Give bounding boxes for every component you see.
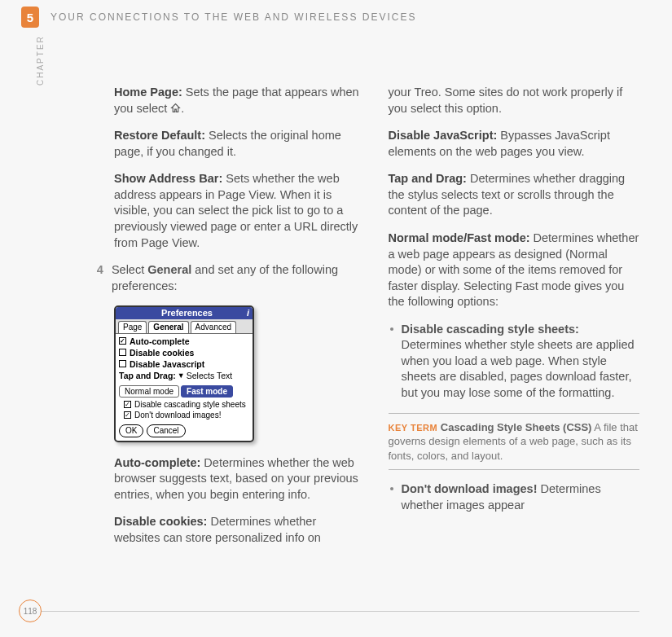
step-4-pre: Select xyxy=(112,263,147,276)
checkbox-disable-css[interactable]: ✓Disable cascading style sheets xyxy=(116,399,253,410)
page-header: 5 YOUR CONNECTIONS TO THE WEB AND WIRELE… xyxy=(0,0,672,28)
bullet-no-images: • Don't download images! Determines whet… xyxy=(389,481,640,513)
check-icon: ✓ xyxy=(124,401,131,408)
pref-home-page: Home Page: Sets the page that appears wh… xyxy=(114,85,366,116)
pref-mode: Normal mode/Fast mode: Determines whethe… xyxy=(389,231,640,310)
pref-show-address-bar: Show Address Bar: Sets whether the web a… xyxy=(114,171,366,251)
tap-and-drag-select[interactable]: Tap and Drag: ▼ Selects Text xyxy=(119,370,249,381)
tap-drag-value: Selects Text xyxy=(187,370,232,381)
right-column: your Treo. Some sites do not work proper… xyxy=(389,85,640,558)
chapter-badge: 5 xyxy=(21,7,39,28)
ok-button[interactable]: OK xyxy=(119,424,143,437)
pref-auto-complete: Auto-complete: Determines whether the we… xyxy=(114,455,366,503)
pref-restore-default: Restore Default: Selects the original ho… xyxy=(114,128,366,160)
check-icon: ✓ xyxy=(119,337,126,345)
check-icon: ✓ xyxy=(124,411,131,419)
key-term-label: KEY TERM xyxy=(389,423,438,433)
bullet-disable-css: • Disable cascading style sheets: Determ… xyxy=(389,322,640,402)
pref-show-addr-label: Show Address Bar: xyxy=(114,172,222,185)
tab-advanced[interactable]: Advanced xyxy=(191,321,236,333)
pref-disable-js: Disable JavaScript: Bypasses JavaScript … xyxy=(389,128,640,160)
chapter-title: YOUR CONNECTIONS TO THE WEB AND WIRELESS… xyxy=(51,11,416,23)
tab-general[interactable]: General xyxy=(148,321,188,333)
tab-normal-mode[interactable]: Normal mode xyxy=(119,385,179,398)
preferences-titlebar: Preferences i xyxy=(116,307,253,319)
disable-css-label: Disable cascading style sheets xyxy=(134,399,246,410)
home-icon xyxy=(170,102,181,111)
css-text: Determines whether style sheets are appl… xyxy=(402,338,635,399)
tap-drag-label: Tap and Drag: xyxy=(119,370,176,381)
checkbox-disable-js[interactable]: Disable Javascript xyxy=(119,358,249,370)
pref-disable-cookies: Disable cookies: Determines whether webs… xyxy=(114,514,366,546)
info-icon[interactable]: i xyxy=(247,307,249,319)
cookies-continued: your Treo. Some sites do not work proper… xyxy=(389,85,640,116)
checkbox-auto-complete[interactable]: ✓Auto-complete xyxy=(119,336,249,347)
bullet-body: Don't download images! Determines whethe… xyxy=(402,481,640,513)
pref-tap-and-drag: Tap and Drag: Determines whether draggin… xyxy=(389,171,640,219)
tab-fast-mode[interactable]: Fast mode xyxy=(181,385,233,398)
step-4: 4 Select General and set any of the foll… xyxy=(114,262,366,294)
tab-page[interactable]: Page xyxy=(118,321,147,333)
cancel-button[interactable]: Cancel xyxy=(147,424,185,437)
preferences-tabs: Page General Advanced xyxy=(116,319,253,333)
css-label: Disable cascading style sheets: xyxy=(402,323,579,336)
disable-cookies-label: Disable cookies xyxy=(130,347,194,358)
side-chapter-label: CHAPTER xyxy=(36,35,45,86)
key-term-term: Cascading Style Sheets (CSS) xyxy=(441,421,592,433)
checkbox-icon xyxy=(119,349,126,356)
left-column: Home Page: Sets the page that appears wh… xyxy=(114,85,366,558)
step-4-body: Select General and set any of the follow… xyxy=(112,262,366,294)
autocomplete-label: Auto-complete: xyxy=(114,456,200,469)
no-images-label: Don't download images! xyxy=(134,410,221,420)
checkbox-no-images[interactable]: ✓Don't download images! xyxy=(116,410,253,420)
dialog-buttons: OK Cancel xyxy=(116,422,253,441)
preferences-body: ✓Auto-complete Disable cookies Disable J… xyxy=(116,333,253,384)
step-4-number: 4 xyxy=(88,262,103,294)
footer-rule xyxy=(41,611,639,612)
djs-label: Disable JavaScript: xyxy=(389,129,498,142)
dropdown-icon: ▼ xyxy=(178,371,185,380)
bullet-icon: • xyxy=(390,322,402,402)
mode-tabs: Normal mode Fast mode xyxy=(116,384,253,400)
preferences-dialog: Preferences i Page General Advanced ✓Aut… xyxy=(114,305,254,442)
pref-restore-default-label: Restore Default: xyxy=(114,129,205,142)
key-term-box: KEY TERM Cascading Style Sheets (CSS) A … xyxy=(389,413,640,471)
pref-home-page-after: . xyxy=(181,102,184,115)
bullet-body: Disable cascading style sheets: Determin… xyxy=(402,322,640,402)
preferences-title: Preferences xyxy=(161,307,213,319)
step-4-bold: General xyxy=(147,263,191,276)
pref-home-page-label: Home Page: xyxy=(114,86,182,99)
checkbox-icon xyxy=(119,360,126,367)
content-columns: Home Page: Sets the page that appears wh… xyxy=(0,28,672,558)
bullet-icon: • xyxy=(390,481,402,513)
fast-mode-options: ✓Disable cascading style sheets ✓Don't d… xyxy=(116,399,253,422)
tap-label: Tap and Drag: xyxy=(389,172,467,185)
checkbox-disable-cookies[interactable]: Disable cookies xyxy=(119,347,249,358)
mode-label: Normal mode/Fast mode: xyxy=(389,231,530,244)
page-number: 118 xyxy=(19,600,42,622)
disable-js-label: Disable Javascript xyxy=(130,358,204,370)
img-label: Don't download images! xyxy=(402,482,538,495)
auto-complete-label: Auto-complete xyxy=(130,336,190,347)
cookies-label: Disable cookies: xyxy=(114,515,207,528)
